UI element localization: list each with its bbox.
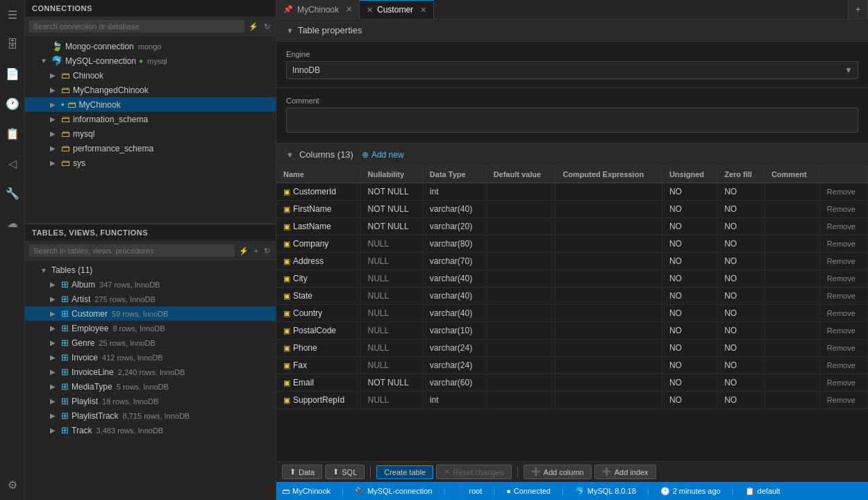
col-name-cell: ▣Company <box>276 235 360 253</box>
table-row: ▣LastName NOT NULL varchar(20) NO NO Rem… <box>276 218 868 235</box>
refresh-btn[interactable]: ↻ <box>262 21 272 33</box>
remove-col-btn[interactable]: Remove <box>827 222 856 231</box>
menu-icon[interactable]: ☰ <box>5 6 20 24</box>
add-new-btn[interactable]: ⊕ Add new <box>362 150 404 160</box>
tables-group-header[interactable]: ▼ Tables (11) <box>25 263 276 277</box>
table-item-artist[interactable]: ▶ ⊞ Artist 275 rows, InnoDB <box>25 292 276 306</box>
icon-bar: ☰ 🗄 📄 🕐 📋 ◁ 🔧 ☁ ⚙ <box>0 0 25 500</box>
tree-item-mychinook[interactable]: ▶ ▪ 🗃 MyChinook <box>25 97 276 112</box>
col-header-nullable: Nullability <box>360 166 422 183</box>
columns-collapse[interactable]: ▼ Columns (13) ⊕ Add new <box>276 144 868 166</box>
engine-select[interactable]: InnoDB <box>286 61 858 79</box>
tab-mychinook[interactable]: 📌 MyChinook ✕ <box>276 0 360 19</box>
tools-icon[interactable]: 🔧 <box>3 184 22 203</box>
tree-item-sys[interactable]: ▶ 🗃 sys <box>25 156 276 170</box>
col-default-cell <box>486 270 556 288</box>
db-icon: 🗃 <box>61 114 70 124</box>
database-icon[interactable]: 🗄 <box>4 35 21 53</box>
remove-col-btn[interactable]: Remove <box>827 344 856 352</box>
table-item-invoice[interactable]: ▶ ⊞ Invoice 412 rows, InnoDB <box>25 350 276 365</box>
sql-btn[interactable]: ⬆ SQL <box>325 465 365 479</box>
tree-sub: 8 rows, InnoDB <box>112 324 165 333</box>
remove-col-btn[interactable]: Remove <box>827 240 856 248</box>
expand-icon: ▶ <box>50 72 58 79</box>
tab-customer[interactable]: ✕ Customer ✕ <box>360 0 434 19</box>
data-btn[interactable]: ⬆ Data <box>282 465 322 479</box>
connections-search-input[interactable] <box>29 20 244 33</box>
table-item-mediatype[interactable]: ▶ ⊞ MediaType 5 rows, InnoDB <box>25 379 276 394</box>
clipboard-icon[interactable]: 📋 <box>3 124 22 143</box>
back-icon[interactable]: ◁ <box>6 154 19 173</box>
col-nullable-cell: NULL <box>360 288 422 305</box>
table-item-employee[interactable]: ▶ ⊞ Employee 8 rows, InnoDB <box>25 321 276 335</box>
col-datatype-value: varchar(20) <box>430 222 472 231</box>
tree-item-mysql-conn[interactable]: ▼ 🐬 MySQL-connection ● mysql <box>25 53 276 68</box>
col-nullable-cell: NULL <box>360 253 422 270</box>
remove-col-btn[interactable]: Remove <box>827 257 856 265</box>
new-tab-btn[interactable]: + <box>848 0 868 19</box>
file-icon[interactable]: 📄 <box>3 65 22 83</box>
table-item-genre[interactable]: ▶ ⊞ Genre 25 rows, InnoDB <box>25 335 276 350</box>
table-row: ▣FirstName NOT NULL varchar(40) NO NO Re… <box>276 201 868 218</box>
tab-close-btn[interactable]: ✕ <box>420 6 426 15</box>
tree-item-mongo[interactable]: 🍃 Mongo-connection mongo <box>25 39 276 53</box>
col-nullable-cell: NOT NULL <box>360 201 422 218</box>
tree-item-chinook[interactable]: ▶ 🗃 Chinook <box>25 68 276 83</box>
col-zerofill-cell: NO <box>717 201 765 218</box>
status-connected-label: Connected <box>514 487 551 495</box>
tree-item-mysql-db[interactable]: ▶ 🗃 mysql <box>25 126 276 141</box>
remove-col-btn[interactable]: Remove <box>827 274 856 283</box>
table-item-customer[interactable]: ▶ ⊞ Customer 59 rows, InnoDB <box>25 306 276 321</box>
cloud-icon[interactable]: ☁ <box>4 214 21 233</box>
remove-col-btn[interactable]: Remove <box>827 292 856 300</box>
add-column-btn[interactable]: ➕ Add column <box>524 465 592 479</box>
table-item-track[interactable]: ▶ ⊞ Track 3,483 rows, InnoDB <box>25 423 276 438</box>
db-icon: 🗃 <box>67 99 76 110</box>
status-conn-name: MySQL-connection <box>367 487 433 495</box>
time-icon: 🕐 <box>660 487 670 496</box>
remove-col-btn[interactable]: Remove <box>827 326 856 335</box>
remove-col-btn[interactable]: Remove <box>827 361 856 369</box>
create-table-btn[interactable]: Create table <box>376 465 433 479</box>
col-zerofill-value: NO <box>724 378 737 388</box>
tree-item-mychangedchinook[interactable]: ▶ 🗃 MyChangedChinook <box>25 83 276 97</box>
add-index-btn[interactable]: ➕ Add index <box>594 465 656 479</box>
table-item-playlist[interactable]: ▶ ⊞ Playlist 18 rows, InnoDB <box>25 394 276 408</box>
remove-col-btn[interactable]: Remove <box>827 188 856 196</box>
col-unsigned-value: NO <box>669 343 682 353</box>
remove-col-btn[interactable]: Remove <box>827 396 856 404</box>
remove-col-btn[interactable]: Remove <box>827 309 856 317</box>
connections-tree: 🍃 Mongo-connection mongo ▼ 🐬 MySQL-conne… <box>25 36 276 224</box>
history-icon[interactable]: 🕐 <box>3 94 22 113</box>
col-datatype-value: varchar(40) <box>430 291 472 301</box>
col-remove-cell: Remove <box>819 374 867 392</box>
tables-filter-btn[interactable]: ⚡ <box>237 245 250 257</box>
sidebar: CONNECTIONS ⚡ ↻ 🍃 Mongo-connection mongo… <box>25 0 276 500</box>
tables-refresh-btn[interactable]: ↻ <box>262 245 272 257</box>
table-icon: ⊞ <box>61 308 69 319</box>
tables-add-btn[interactable]: + <box>253 245 260 256</box>
toolbar-separator <box>370 467 371 478</box>
tree-item-information-schema[interactable]: ▶ 🗃 information_schema <box>25 112 276 126</box>
col-nullable-cell: NULL <box>360 392 422 409</box>
tree-item-performance-schema[interactable]: ▶ 🗃 performance_schema <box>25 141 276 156</box>
filter-btn[interactable]: ⚡ <box>247 21 260 33</box>
comment-input[interactable] <box>286 108 858 133</box>
remove-col-btn[interactable]: Remove <box>827 205 856 213</box>
table-icon: ⊞ <box>61 425 69 435</box>
table-properties-collapse[interactable]: ▼ Table properties <box>276 19 868 42</box>
table-item-invoiceline[interactable]: ▶ ⊞ InvoiceLine 2,240 rows, InnoDB <box>25 365 276 379</box>
expand-icon: ▶ <box>50 353 58 361</box>
table-item-album[interactable]: ▶ ⊞ Album 347 rows, InnoDB <box>25 277 276 292</box>
table-item-playlisttrack[interactable]: ▶ ⊞ PlaylistTrack 8,715 rows, InnoDB <box>25 408 276 423</box>
col-unsigned-cell: NO <box>662 357 717 374</box>
tables-search-input[interactable] <box>29 244 235 257</box>
col-unsigned-value: NO <box>669 326 682 335</box>
tree-sub: 2,240 rows, InnoDB <box>118 368 185 376</box>
reset-changes-btn[interactable]: ✕ Reset changes <box>436 465 511 479</box>
settings-icon[interactable]: ⚙ <box>5 476 20 494</box>
tab-close-btn[interactable]: ✕ <box>346 5 352 14</box>
remove-col-btn[interactable]: Remove <box>827 378 856 387</box>
col-header-computed: Computed Expression <box>556 166 662 183</box>
status-time-label: 2 minutes ago <box>673 487 721 495</box>
